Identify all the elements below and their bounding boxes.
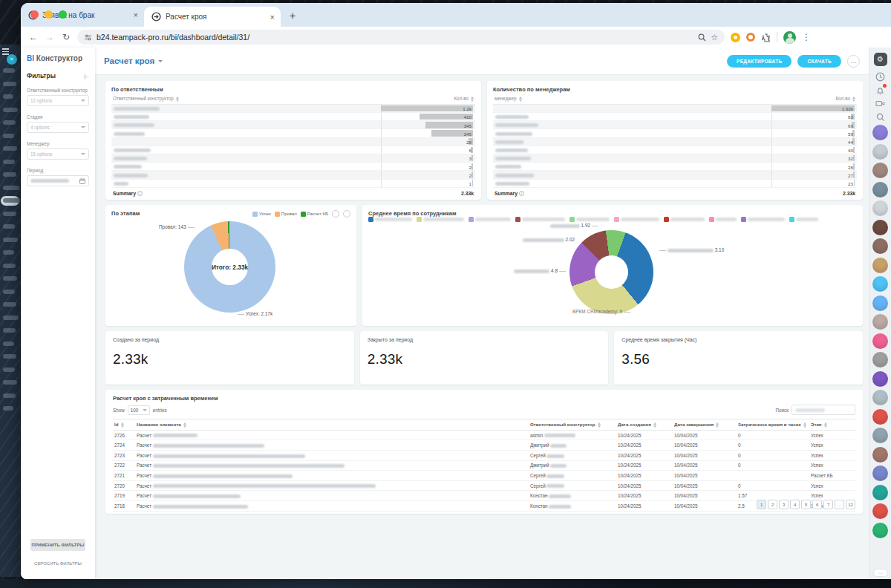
avatar[interactable] — [872, 503, 888, 519]
bg-nav-item[interactable] — [3, 134, 14, 138]
page-button[interactable]: 4 — [790, 500, 800, 509]
avg-time-donut-chart[interactable] — [569, 230, 653, 314]
bg-nav-item[interactable] — [3, 276, 17, 281]
page-button[interactable]: … — [835, 500, 844, 509]
info-icon[interactable]: i — [137, 191, 143, 196]
reset-filters-link[interactable]: СБРОСИТЬ ФИЛЬТРЫ — [21, 561, 95, 566]
page-button[interactable]: 6 — [812, 500, 822, 509]
chart-action-icon[interactable] — [332, 210, 339, 218]
avatar[interactable] — [872, 258, 888, 273]
page-button[interactable]: 12 — [846, 500, 855, 509]
legend-item[interactable]: Провал — [275, 212, 297, 217]
legend-item[interactable] — [417, 217, 464, 222]
page-size-select[interactable]: 100 — [128, 405, 150, 415]
stages-donut-chart[interactable]: Итого: 2.33k — [184, 221, 275, 313]
download-button[interactable]: СКАЧАТЬ — [797, 55, 841, 68]
column-header[interactable]: Затраченное время в часах — [737, 419, 809, 431]
legend-item[interactable] — [515, 217, 565, 222]
bg-nav-item[interactable] — [3, 290, 15, 294]
legend-item[interactable] — [789, 217, 818, 222]
window-controls[interactable] — [30, 10, 67, 19]
legend-item[interactable] — [469, 217, 511, 222]
constructor-select[interactable]: 12 options — [27, 95, 89, 106]
legend-item[interactable] — [569, 217, 610, 222]
search-icon[interactable] — [875, 111, 886, 122]
chevron-down-icon[interactable] — [158, 60, 163, 62]
avatar[interactable] — [872, 466, 888, 481]
url-text[interactable]: b24.teampack-pro.ru/bi/dashboard/detail/… — [97, 33, 249, 42]
avatar[interactable] — [872, 295, 888, 311]
bg-nav-item[interactable] — [3, 264, 16, 268]
bg-nav-item[interactable] — [3, 108, 18, 112]
legend-item[interactable]: Расчет КБ — [301, 212, 328, 217]
edit-button[interactable]: РЕДАКТИРОВАТЬ — [727, 55, 792, 68]
history-clock-icon[interactable] — [875, 71, 886, 82]
avatar[interactable] — [872, 314, 888, 330]
avatar[interactable] — [872, 371, 888, 387]
bg-nav-item[interactable] — [3, 212, 16, 216]
zoom-page-icon[interactable] — [698, 33, 706, 42]
value-header[interactable]: Кол-во — [835, 96, 855, 102]
bg-nav-item[interactable] — [3, 186, 19, 190]
bg-nav-item[interactable] — [3, 94, 13, 99]
bg-nav-item[interactable] — [3, 160, 15, 164]
column-header[interactable]: Название элемента — [135, 419, 529, 431]
video-call-icon[interactable] — [875, 98, 886, 109]
column-header[interactable]: Дата создания — [616, 419, 673, 431]
bookmark-star-icon[interactable]: ☆ — [711, 33, 718, 42]
chart-action-icon[interactable] — [343, 210, 350, 218]
new-tab-button[interactable]: + — [290, 10, 296, 22]
bg-nav-item[interactable] — [3, 68, 15, 73]
notifications-bell-icon[interactable] — [875, 85, 886, 96]
legend-item[interactable]: Успех — [252, 212, 271, 217]
bg-nav-item[interactable] — [3, 82, 16, 86]
page-button[interactable]: 7 — [823, 500, 833, 509]
legend-item[interactable] — [368, 217, 412, 222]
avatar[interactable] — [872, 200, 888, 216]
avatar[interactable] — [872, 125, 888, 140]
period-date-input[interactable] — [27, 175, 89, 186]
extensions-puzzle-icon[interactable] — [761, 33, 771, 42]
avatar[interactable] — [872, 276, 888, 292]
browser-tab-2-active[interactable]: Расчет кроя × — [144, 7, 281, 27]
search-input[interactable] — [792, 405, 855, 415]
fullscreen-window-button[interactable] — [59, 10, 67, 19]
bg-nav-item[interactable] — [3, 380, 17, 385]
bg-nav-item[interactable] — [3, 354, 16, 359]
bg-nav-item[interactable] — [3, 172, 16, 177]
extension-icon[interactable] — [731, 33, 740, 42]
collapse-panel-icon[interactable]: |← — [84, 74, 89, 79]
messenger-bubble-icon[interactable]: ✕ — [7, 54, 17, 65]
avatar[interactable] — [872, 238, 888, 254]
value-header[interactable]: Кол-во — [454, 96, 474, 102]
bg-nav-item[interactable] — [3, 328, 16, 333]
avatar[interactable] — [872, 523, 888, 538]
address-bar[interactable]: b24.teampack-pro.ru/bi/dashboard/detail/… — [77, 30, 725, 45]
bg-nav-item[interactable] — [3, 238, 18, 242]
manager-select[interactable]: 15 options — [27, 148, 89, 160]
legend-item[interactable] — [709, 217, 737, 222]
site-settings-icon[interactable] — [84, 33, 92, 42]
avatar[interactable] — [872, 447, 888, 463]
bg-nav-item[interactable] — [3, 120, 16, 125]
page-button[interactable]: 3 — [779, 500, 789, 509]
apply-filters-button[interactable]: ПРИМЕНИТЬ ФИЛЬТРЫ — [30, 539, 85, 551]
bg-nav-item[interactable] — [3, 198, 20, 203]
avatar[interactable] — [872, 428, 888, 443]
avatar[interactable] — [872, 333, 888, 349]
legend-item[interactable] — [614, 217, 659, 222]
bg-nav-item[interactable] — [3, 146, 17, 151]
bg-nav-item[interactable] — [3, 368, 15, 372]
avatar[interactable] — [872, 390, 888, 405]
dim-header[interactable]: менеджер — [495, 96, 522, 102]
avatar[interactable] — [872, 182, 888, 197]
more-options-button[interactable]: … — [847, 55, 860, 68]
tab-close-icon[interactable]: × — [270, 13, 275, 22]
bg-nav-item[interactable] — [3, 316, 19, 320]
column-header[interactable]: Дата завершения — [673, 419, 737, 431]
forward-icon[interactable]: → — [45, 32, 55, 42]
avatar[interactable] — [872, 220, 888, 235]
bg-nav-item[interactable] — [3, 393, 16, 398]
reload-icon[interactable]: ↻ — [61, 32, 71, 42]
column-header[interactable]: Ответственный конструктор — [529, 419, 616, 431]
